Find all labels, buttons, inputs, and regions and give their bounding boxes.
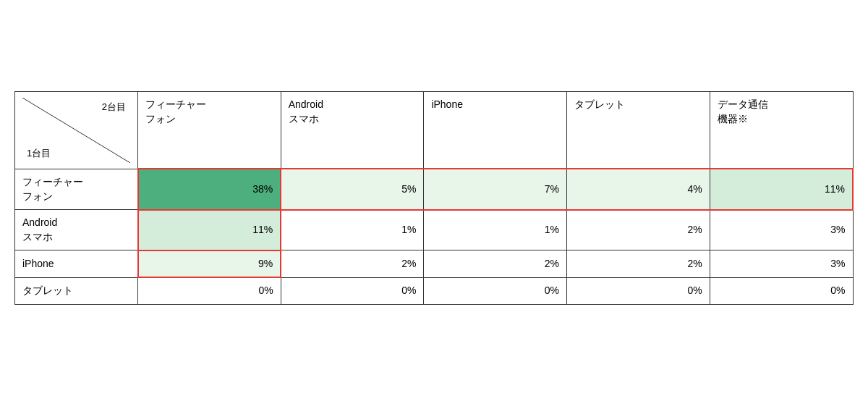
col-header-android: Androidスマホ xyxy=(281,91,424,169)
cell-r1-c2: 1% xyxy=(424,210,567,250)
row-header-2: iPhone xyxy=(15,250,138,278)
cell-r1-c1: 1% xyxy=(281,210,424,250)
cell-r3-c0: 0% xyxy=(138,277,281,304)
col-header-tablet: タブレット xyxy=(567,91,710,169)
cell-r3-c1: 0% xyxy=(281,277,424,304)
cell-r1-c3: 2% xyxy=(567,210,710,250)
corner-cell: 2台目 1台目 xyxy=(15,91,138,169)
cell-r2-c1: 2% xyxy=(281,250,424,278)
col-header-feature: フィーチャーフォン xyxy=(138,91,281,169)
cell-r2-c3: 2% xyxy=(567,250,710,278)
cell-r0-c1: 5% xyxy=(281,169,424,209)
row-header-0: フィーチャーフォン xyxy=(15,169,138,209)
cell-r3-c4: 0% xyxy=(710,277,853,304)
cell-r3-c3: 0% xyxy=(567,277,710,304)
row-header-3: タブレット xyxy=(15,277,138,304)
cell-r0-c4: 11% xyxy=(710,169,853,209)
cell-r2-c4: 3% xyxy=(710,250,853,278)
cell-r0-c0: 38% xyxy=(138,169,281,209)
cell-r0-c3: 4% xyxy=(567,169,710,209)
corner-bottom-label: 1台目 xyxy=(27,147,51,160)
cell-r3-c2: 0% xyxy=(424,277,567,304)
cell-r0-c2: 7% xyxy=(424,169,567,209)
cell-r2-c2: 2% xyxy=(424,250,567,278)
col-header-iphone: iPhone xyxy=(424,91,567,169)
cell-r2-c0: 9% xyxy=(138,250,281,278)
cell-r1-c4: 3% xyxy=(710,210,853,250)
table-wrapper: 2台目 1台目 フィーチャーフォンAndroidスマホiPhoneタブレットデー… xyxy=(14,91,854,305)
col-header-data: データ通信機器※ xyxy=(710,91,853,169)
cell-r1-c0: 11% xyxy=(138,210,281,250)
row-header-1: Androidスマホ xyxy=(15,210,138,250)
comparison-table: 2台目 1台目 フィーチャーフォンAndroidスマホiPhoneタブレットデー… xyxy=(14,91,854,305)
corner-top-label: 2台目 xyxy=(102,101,126,114)
